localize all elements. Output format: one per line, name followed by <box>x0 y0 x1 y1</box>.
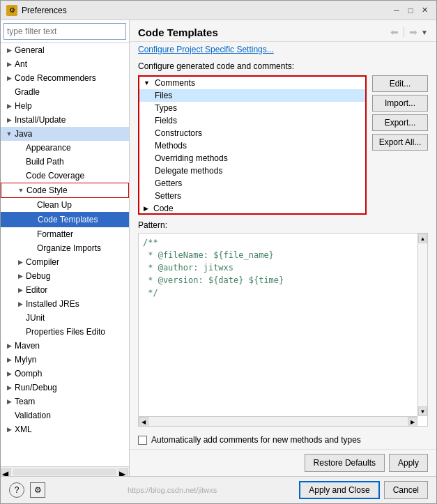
sidebar: ▶ General ▶ Ant ▶ Code Recommenders Grad… <box>1 20 130 476</box>
template-item-getters[interactable]: Getters <box>139 177 365 190</box>
maximize-button[interactable]: □ <box>404 4 417 17</box>
spacer-icon <box>15 312 26 323</box>
sidebar-item-compiler[interactable]: ▶ Compiler <box>1 255 129 269</box>
sidebar-item-organize-imports[interactable]: Organize Imports <box>1 241 129 255</box>
restore-defaults-button[interactable]: Restore Defaults <box>305 454 385 472</box>
export-all-button[interactable]: Export All... <box>372 134 428 151</box>
chevron-right-icon: ▶ <box>3 72 15 84</box>
title-bar-left: ⚙ Preferences <box>6 5 67 16</box>
sidebar-item-appearance[interactable]: Appearance <box>1 141 129 155</box>
search-box <box>1 20 129 43</box>
chevron-down-icon: ▼ <box>144 79 150 86</box>
sidebar-item-gradle[interactable]: Gradle <box>1 85 129 99</box>
search-input[interactable] <box>3 23 126 40</box>
vertical-scrollbar[interactable]: ▲ ▼ <box>417 234 427 416</box>
close-button[interactable]: ✕ <box>418 4 431 17</box>
apply-button[interactable]: Apply <box>389 454 428 472</box>
sidebar-item-maven[interactable]: ▶ Maven <box>1 339 129 353</box>
nav-forward-button[interactable]: ➡ <box>407 26 420 38</box>
scroll-arrow-down-icon[interactable]: ▼ <box>418 406 427 416</box>
sidebar-item-label: General <box>15 45 45 55</box>
sidebar-item-editor[interactable]: ▶ Editor <box>1 283 129 297</box>
minimize-button[interactable]: ─ <box>390 4 403 17</box>
cancel-button[interactable]: Cancel <box>384 481 428 499</box>
chevron-right-icon: ▶ <box>3 45 15 56</box>
sidebar-item-clean-up[interactable]: Clean Up <box>1 198 129 212</box>
sidebar-item-code-style[interactable]: ▼ Code Style <box>1 183 129 198</box>
sidebar-horizontal-scrollbar[interactable]: ◀ ▶ <box>1 466 129 476</box>
sidebar-item-install-update[interactable]: ▶ Install/Update <box>1 113 129 127</box>
chevron-right-icon: ▶ <box>3 396 15 407</box>
template-label: Fields <box>155 116 177 125</box>
sidebar-item-formatter[interactable]: Formatter <box>1 227 129 241</box>
nav-separator <box>404 27 404 37</box>
horizontal-scrollbar[interactable]: ◀ ▶ <box>139 416 417 426</box>
sidebar-item-label: Ant <box>15 59 27 69</box>
template-item-fields[interactable]: Fields <box>139 114 365 127</box>
template-item-constructors[interactable]: Constructors <box>139 127 365 139</box>
apply-close-button[interactable]: Apply and Close <box>299 481 379 499</box>
sidebar-item-java[interactable]: ▼ Java <box>1 127 129 141</box>
tree-view: ▶ General ▶ Ant ▶ Code Recommenders Grad… <box>1 43 129 466</box>
sidebar-item-installed-jres[interactable]: ▶ Installed JREs <box>1 297 129 311</box>
help-button[interactable]: ? <box>9 482 24 498</box>
configure-project-link[interactable]: Configure Project Specific Settings... <box>138 45 274 54</box>
scrollbar-track <box>13 468 116 475</box>
sidebar-item-mylyn[interactable]: ▶ Mylyn <box>1 353 129 367</box>
window-title: Preferences <box>22 6 67 15</box>
sidebar-item-code-recommenders[interactable]: ▶ Code Recommenders <box>1 71 129 85</box>
scroll-arrow-left-icon[interactable]: ◀ <box>139 417 148 427</box>
spacer-icon <box>26 243 37 254</box>
scroll-arrow-left-icon[interactable]: ◀ <box>1 468 11 475</box>
sidebar-item-help[interactable]: ▶ Help <box>1 99 129 113</box>
import-button[interactable]: Import... <box>372 95 428 112</box>
auto-add-checkbox[interactable] <box>138 436 147 445</box>
bottom-right: Apply and Close Cancel <box>299 481 428 499</box>
template-item-methods[interactable]: Methods <box>139 139 365 152</box>
sidebar-item-label: Gradle <box>15 87 40 97</box>
scrollbar-track-horizontal <box>148 417 408 426</box>
sidebar-item-label: Maven <box>15 341 40 351</box>
edit-button[interactable]: Edit... <box>372 75 428 92</box>
template-item-types[interactable]: Types <box>139 102 365 114</box>
nav-dropdown-icon[interactable]: ▼ <box>421 29 428 36</box>
settings-button[interactable]: ⚙ <box>30 482 45 498</box>
main-content: ▶ General ▶ Ant ▶ Code Recommenders Grad… <box>1 20 436 476</box>
sidebar-item-debug[interactable]: ▶ Debug <box>1 269 129 283</box>
template-item-comments[interactable]: ▼ Comments <box>139 77 365 89</box>
scroll-arrow-right-icon[interactable]: ▶ <box>408 417 417 427</box>
sidebar-item-code-coverage[interactable]: Code Coverage <box>1 169 129 183</box>
scroll-arrow-up-icon[interactable]: ▲ <box>418 234 427 243</box>
chevron-right-icon: ▶ <box>15 284 26 296</box>
template-label: Code <box>153 204 174 213</box>
template-item-delegate-methods[interactable]: Delegate methods <box>139 165 365 177</box>
template-item-overriding-methods[interactable]: Overriding methods <box>139 152 365 165</box>
sidebar-item-xml[interactable]: ▶ XML <box>1 422 129 436</box>
scroll-arrow-right-icon[interactable]: ▶ <box>118 468 128 475</box>
template-item-files[interactable]: Files <box>139 89 365 102</box>
template-item-setters[interactable]: Setters <box>139 190 365 202</box>
sidebar-item-properties-files[interactable]: Properties Files Edito <box>1 325 129 339</box>
sidebar-item-run-debug[interactable]: ▶ Run/Debug <box>1 381 129 395</box>
sidebar-item-build-path[interactable]: Build Path <box>1 155 129 169</box>
sidebar-item-oomph[interactable]: ▶ Oomph <box>1 367 129 381</box>
template-item-code[interactable]: ▶ Code <box>139 202 365 215</box>
sidebar-item-code-templates[interactable]: Code Templates <box>1 212 129 227</box>
chevron-down-icon: ▼ <box>3 128 15 139</box>
sidebar-item-validation[interactable]: Validation <box>1 408 129 422</box>
sidebar-item-label: Organize Imports <box>37 243 101 253</box>
templates-tree: ▼ Comments Files Types Fields <box>138 75 367 215</box>
template-label: Delegate methods <box>155 166 222 176</box>
spacer-icon <box>15 170 26 181</box>
sidebar-item-label: Oomph <box>15 369 42 379</box>
sidebar-item-ant[interactable]: ▶ Ant <box>1 57 129 71</box>
sidebar-item-junit[interactable]: JUnit <box>1 311 129 325</box>
sidebar-item-label: Code Style <box>26 185 68 195</box>
nav-back-button[interactable]: ⬅ <box>388 26 401 38</box>
chevron-right-icon: ▶ <box>3 424 15 435</box>
sidebar-item-general[interactable]: ▶ General <box>1 43 129 57</box>
export-button[interactable]: Export... <box>372 114 428 131</box>
template-action-buttons: Edit... Import... Export... Export All..… <box>372 75 428 215</box>
spacer-icon <box>3 410 15 421</box>
sidebar-item-team[interactable]: ▶ Team <box>1 395 129 408</box>
